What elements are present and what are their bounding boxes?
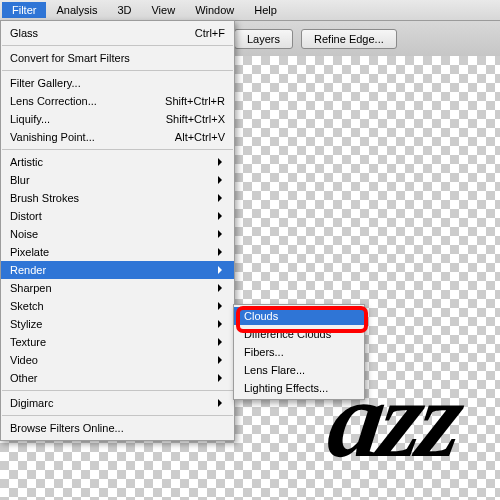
menu-item-label: Brush Strokes xyxy=(10,192,225,204)
menu-view[interactable]: View xyxy=(141,2,185,18)
menu-item-other[interactable]: Other xyxy=(1,369,234,387)
menu-item-label: Artistic xyxy=(10,156,225,168)
menu-item-sharpen[interactable]: Sharpen xyxy=(1,279,234,297)
submenu-item-lighting-effects[interactable]: Lighting Effects... xyxy=(234,379,364,397)
menu-item-label: Distort xyxy=(10,210,225,222)
menubar: FilterAnalysis3DViewWindowHelp xyxy=(0,0,500,21)
menu-separator xyxy=(2,45,233,46)
menu-item-glass[interactable]: GlassCtrl+F xyxy=(1,24,234,42)
menu-item-lens-correction[interactable]: Lens Correction...Shift+Ctrl+R xyxy=(1,92,234,110)
menu-item-label: Filter Gallery... xyxy=(10,77,225,89)
menu-item-label: Sketch xyxy=(10,300,225,312)
submenu-item-fibers[interactable]: Fibers... xyxy=(234,343,364,361)
menu-item-label: Video xyxy=(10,354,225,366)
menu-item-render[interactable]: Render xyxy=(1,261,234,279)
menu-analysis[interactable]: Analysis xyxy=(46,2,107,18)
menu-separator xyxy=(2,390,233,391)
menu-item-label: Glass xyxy=(10,27,195,39)
menu-item-filter-gallery[interactable]: Filter Gallery... xyxy=(1,74,234,92)
menu-item-distort[interactable]: Distort xyxy=(1,207,234,225)
menu-item-label: Stylize xyxy=(10,318,225,330)
menu-item-digimarc[interactable]: Digimarc xyxy=(1,394,234,412)
menu-item-label: Noise xyxy=(10,228,225,240)
menu-item-liquify[interactable]: Liquify...Shift+Ctrl+X xyxy=(1,110,234,128)
menu-item-noise[interactable]: Noise xyxy=(1,225,234,243)
menu-item-label: Browse Filters Online... xyxy=(10,422,225,434)
menu-item-label: Lens Correction... xyxy=(10,95,165,107)
submenu-item-clouds[interactable]: Clouds xyxy=(234,307,364,325)
menu-item-label: Blur xyxy=(10,174,225,186)
render-submenu: CloudsDifference CloudsFibers...Lens Fla… xyxy=(233,304,365,400)
refine-edge-button[interactable]: Refine Edge... xyxy=(301,29,397,49)
menu-item-label: Texture xyxy=(10,336,225,348)
menu-item-label: Other xyxy=(10,372,225,384)
menu-item-label: Digimarc xyxy=(10,397,225,409)
menu-help[interactable]: Help xyxy=(244,2,287,18)
submenu-item-difference-clouds[interactable]: Difference Clouds xyxy=(234,325,364,343)
menu-item-label: Pixelate xyxy=(10,246,225,258)
menu-item-label: Convert for Smart Filters xyxy=(10,52,225,64)
menu-separator xyxy=(2,415,233,416)
menu-filter[interactable]: Filter xyxy=(2,2,46,18)
menu-separator xyxy=(2,149,233,150)
menu-item-label: Render xyxy=(10,264,225,276)
menu-item-browse-filters-online[interactable]: Browse Filters Online... xyxy=(1,419,234,437)
menu-item-label: Liquify... xyxy=(10,113,166,125)
menu-item-sketch[interactable]: Sketch xyxy=(1,297,234,315)
menu-item-convert-for-smart-filters[interactable]: Convert for Smart Filters xyxy=(1,49,234,67)
menu-item-label: Sharpen xyxy=(10,282,225,294)
menu-shortcut: Shift+Ctrl+X xyxy=(166,113,225,125)
menu-window[interactable]: Window xyxy=(185,2,244,18)
menu-separator xyxy=(2,70,233,71)
menu-3d[interactable]: 3D xyxy=(107,2,141,18)
filter-menu: GlassCtrl+FConvert for Smart FiltersFilt… xyxy=(0,20,235,441)
menu-shortcut: Alt+Ctrl+V xyxy=(175,131,225,143)
menu-item-blur[interactable]: Blur xyxy=(1,171,234,189)
menu-item-brush-strokes[interactable]: Brush Strokes xyxy=(1,189,234,207)
submenu-item-lens-flare[interactable]: Lens Flare... xyxy=(234,361,364,379)
menu-item-artistic[interactable]: Artistic xyxy=(1,153,234,171)
menu-item-texture[interactable]: Texture xyxy=(1,333,234,351)
menu-item-stylize[interactable]: Stylize xyxy=(1,315,234,333)
menu-shortcut: Ctrl+F xyxy=(195,27,225,39)
menu-item-vanishing-point[interactable]: Vanishing Point...Alt+Ctrl+V xyxy=(1,128,234,146)
menu-item-label: Vanishing Point... xyxy=(10,131,175,143)
layers-button[interactable]: Layers xyxy=(234,29,293,49)
menu-shortcut: Shift+Ctrl+R xyxy=(165,95,225,107)
menu-item-pixelate[interactable]: Pixelate xyxy=(1,243,234,261)
menu-item-video[interactable]: Video xyxy=(1,351,234,369)
